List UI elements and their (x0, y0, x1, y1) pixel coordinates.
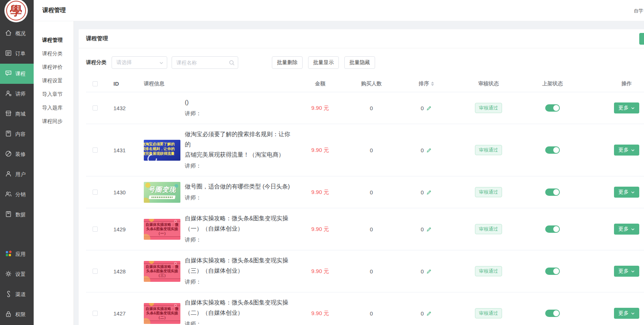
edit-pencil-icon[interactable] (426, 190, 432, 195)
listed-toggle[interactable] (545, 146, 560, 154)
column-header: 购买人数 (361, 81, 382, 87)
account-name[interactable]: 自学 (634, 8, 643, 14)
logo-character: 學 (10, 4, 22, 17)
course-info: 自媒体实操攻略：微头条&图集变现实操（二）（自媒体创业） 讲师： (185, 298, 288, 325)
logo-ring: 學 (6, 1, 26, 20)
more-button[interactable]: 更多 (614, 308, 639, 319)
course-id: 1432 (113, 105, 126, 111)
toggle-knob (553, 226, 559, 232)
sidebar-item-content[interactable]: 内容 (0, 124, 34, 144)
submenu-item[interactable]: 导入题库 (34, 101, 74, 115)
edit-pencil-icon[interactable] (426, 269, 432, 274)
course-name-input[interactable] (172, 57, 238, 68)
sort-value: 0 (421, 226, 424, 232)
toggle-knob (553, 147, 559, 153)
listed-toggle[interactable] (545, 104, 560, 112)
column-header: ID (113, 81, 119, 87)
listed-toggle[interactable] (545, 225, 560, 233)
edit-pencil-icon[interactable] (426, 147, 432, 153)
sidebar-item-distribution[interactable]: 分销 (0, 184, 34, 205)
more-button-label: 更多 (618, 310, 629, 317)
course-teacher-label: 讲师： (185, 161, 295, 171)
sort-value: 0 (421, 105, 424, 111)
more-button[interactable]: 更多 (614, 266, 639, 277)
sidebar-item-channel[interactable]: 渠道 (0, 284, 34, 305)
course-thumbnail (144, 98, 180, 119)
submenu-item[interactable]: 课程设置 (34, 74, 74, 87)
more-button[interactable]: 更多 (614, 145, 639, 156)
primary-sidebar: 學 概况订单课程讲师商城内容装修用户分销数据应用设置渠道权限 (0, 0, 34, 325)
sidebar-item-order[interactable]: 订单 (0, 44, 34, 64)
sidebar-item-course[interactable]: 课程 (0, 64, 34, 84)
select-all-checkbox[interactable] (93, 81, 98, 86)
table-row: 1429 自媒体实操攻略：微头条&图集变现实操（一） 自媒体实操攻略：微头条&图… (86, 208, 644, 250)
apps-icon (5, 250, 12, 258)
sidebar-item-teacher[interactable]: 讲师 (0, 84, 34, 104)
sidebar-item-label: 数据 (15, 212, 26, 218)
submenu-item[interactable]: 课程评价 (34, 60, 74, 74)
batch-hide-button[interactable]: 批量隐藏 (344, 56, 375, 69)
audit-status-badge: 审核通过 (475, 224, 502, 234)
course-id: 1427 (113, 310, 126, 317)
column-header[interactable]: 排序 (419, 81, 429, 87)
course-teacher-label: 讲师： (185, 108, 201, 119)
submenu-item[interactable]: 导入章节 (34, 87, 74, 101)
course-title-line: 做淘宝必须要了解的搜索排名规则：让你的 (185, 129, 295, 150)
course-name-search (172, 56, 238, 69)
more-button[interactable]: 更多 (614, 224, 639, 235)
user-icon (5, 170, 12, 179)
table-body: 1432 () 讲师： 9.90 元 0 0 审核通过 更多 1431 做淘宝必… (79, 92, 644, 325)
more-button[interactable]: 更多 (614, 102, 639, 113)
sort-icon[interactable] (431, 82, 434, 86)
sidebar-item-permission[interactable]: 权限 (0, 305, 34, 325)
add-course-button[interactable] (639, 33, 644, 45)
edit-pencil-icon[interactable] (426, 227, 432, 232)
batch-delete-button[interactable]: 批量删除 (272, 56, 303, 69)
chevron-down-icon (631, 106, 635, 110)
submenu-item[interactable]: 课程同步 (34, 115, 74, 128)
sidebar-item-label: 订单 (15, 51, 26, 57)
sidebar-item-apps[interactable]: 应用 (0, 244, 34, 264)
more-button-label: 更多 (618, 226, 629, 232)
sidebar-nav: 概况订单课程讲师商城内容装修用户分销数据应用设置渠道权限 (0, 23, 34, 325)
sidebar-item-home[interactable]: 概况 (0, 23, 34, 44)
sidebar-item-mall[interactable]: 商城 (0, 104, 34, 124)
app-logo[interactable]: 學 (4, 0, 28, 22)
sidebar-item-label: 用户 (15, 171, 26, 178)
row-checkbox[interactable] (93, 147, 98, 153)
course-thumbnail: 自媒体实操攻略：微头条&图集变现实操（二） (144, 303, 180, 324)
sidebar-item-decorate[interactable]: 装修 (0, 144, 34, 164)
edit-pencil-icon[interactable] (426, 105, 432, 111)
listed-toggle[interactable] (545, 268, 560, 275)
page-title: 课程管理 (42, 7, 66, 14)
sidebar-item-settings[interactable]: 设置 (0, 264, 34, 284)
row-checkbox[interactable] (93, 105, 98, 111)
row-checkbox[interactable] (93, 311, 98, 316)
row-checkbox[interactable] (93, 190, 98, 195)
listed-toggle[interactable] (545, 310, 560, 317)
row-checkbox[interactable] (93, 227, 98, 232)
search-icon[interactable] (229, 60, 235, 66)
sort-value: 0 (421, 310, 424, 317)
course-id: 1431 (113, 147, 126, 153)
sidebar-item-user[interactable]: 用户 (0, 164, 34, 184)
submenu-item[interactable]: 课程分类 (34, 47, 74, 60)
edit-pencil-icon[interactable] (426, 311, 432, 316)
course-price: 9.90 元 (311, 189, 329, 196)
category-select[interactable]: 请选择 (112, 56, 167, 69)
listed-toggle[interactable] (545, 188, 560, 196)
more-button-label: 更多 (618, 189, 629, 195)
submenu-item[interactable]: 课程管理 (34, 33, 74, 47)
course-teacher-label: 讲师： (185, 319, 288, 325)
toggle-knob (553, 310, 559, 316)
row-checkbox[interactable] (93, 269, 98, 274)
course-teacher-label: 讲师： (185, 235, 288, 245)
more-button-label: 更多 (618, 268, 629, 274)
buyers-count: 0 (370, 189, 373, 195)
course-info: 自媒体实操攻略：微头条&图集变现实操（三）（自媒体创业） 讲师： (185, 255, 288, 287)
sidebar-item-data[interactable]: 数据 (0, 205, 34, 225)
more-button[interactable]: 更多 (614, 187, 639, 198)
chevron-down-icon (631, 227, 635, 231)
batch-show-button[interactable]: 批量显示 (308, 56, 339, 69)
audit-status-badge: 审核通过 (475, 145, 502, 155)
